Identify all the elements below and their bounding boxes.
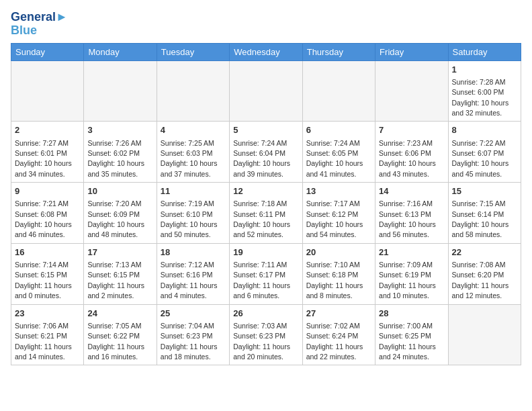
col-header-monday: Monday <box>84 43 157 60</box>
day-number: 9 <box>15 185 80 197</box>
calendar-cell: 8 Sunrise: 7:22 AMSunset: 6:07 PMDayligh… <box>448 122 521 183</box>
col-header-friday: Friday <box>375 43 448 60</box>
calendar-cell: 7 Sunrise: 7:23 AMSunset: 6:06 PMDayligh… <box>375 122 448 183</box>
day-info: Sunrise: 7:11 AMSunset: 6:17 PMDaylight:… <box>233 261 290 300</box>
day-info: Sunrise: 7:20 AMSunset: 6:09 PMDaylight:… <box>87 199 144 238</box>
day-number: 26 <box>233 308 298 320</box>
day-number: 25 <box>161 308 226 320</box>
calendar-cell: 25 Sunrise: 7:04 AMSunset: 6:23 PMDaylig… <box>157 304 229 365</box>
day-info: Sunrise: 7:25 AMSunset: 6:03 PMDaylight:… <box>161 139 218 178</box>
day-number: 8 <box>452 124 517 136</box>
day-info: Sunrise: 7:28 AMSunset: 6:00 PMDaylight:… <box>452 78 509 117</box>
day-info: Sunrise: 7:27 AMSunset: 6:01 PMDaylight:… <box>15 139 72 178</box>
calendar-cell: 13 Sunrise: 7:17 AMSunset: 6:12 PMDaylig… <box>302 183 375 244</box>
day-info: Sunrise: 7:17 AMSunset: 6:12 PMDaylight:… <box>306 199 363 238</box>
calendar-week-row: 16 Sunrise: 7:14 AMSunset: 6:15 PMDaylig… <box>11 243 521 304</box>
calendar-cell <box>11 60 84 122</box>
day-info: Sunrise: 7:24 AMSunset: 6:05 PMDaylight:… <box>306 139 363 178</box>
calendar-cell: 5 Sunrise: 7:24 AMSunset: 6:04 PMDayligh… <box>230 122 302 183</box>
calendar-cell: 19 Sunrise: 7:11 AMSunset: 6:17 PMDaylig… <box>230 243 302 304</box>
calendar-cell <box>230 60 302 122</box>
day-number: 6 <box>306 124 371 136</box>
day-info: Sunrise: 7:03 AMSunset: 6:23 PMDaylight:… <box>233 322 290 361</box>
day-number: 12 <box>233 185 298 197</box>
day-number: 14 <box>379 185 444 197</box>
day-info: Sunrise: 7:00 AMSunset: 6:25 PMDaylight:… <box>379 322 436 361</box>
day-info: Sunrise: 7:06 AMSunset: 6:21 PMDaylight:… <box>15 322 72 361</box>
day-number: 27 <box>306 308 371 320</box>
day-info: Sunrise: 7:08 AMSunset: 6:20 PMDaylight:… <box>452 261 509 300</box>
day-info: Sunrise: 7:21 AMSunset: 6:08 PMDaylight:… <box>15 199 72 238</box>
day-number: 15 <box>452 185 517 197</box>
calendar-cell: 16 Sunrise: 7:14 AMSunset: 6:15 PMDaylig… <box>11 243 84 304</box>
day-number: 13 <box>306 185 371 197</box>
day-number: 17 <box>87 246 152 259</box>
day-info: Sunrise: 7:14 AMSunset: 6:15 PMDaylight:… <box>15 261 72 300</box>
day-info: Sunrise: 7:18 AMSunset: 6:11 PMDaylight:… <box>233 199 290 238</box>
calendar-cell: 26 Sunrise: 7:03 AMSunset: 6:23 PMDaylig… <box>230 304 302 365</box>
day-number: 23 <box>15 308 80 320</box>
calendar-cell: 4 Sunrise: 7:25 AMSunset: 6:03 PMDayligh… <box>157 122 229 183</box>
day-number: 2 <box>15 124 80 136</box>
day-number: 24 <box>87 308 152 320</box>
calendar-cell: 11 Sunrise: 7:19 AMSunset: 6:10 PMDaylig… <box>157 183 229 244</box>
calendar-cell: 24 Sunrise: 7:05 AMSunset: 6:22 PMDaylig… <box>84 304 157 365</box>
col-header-wednesday: Wednesday <box>230 43 302 60</box>
calendar-cell: 3 Sunrise: 7:26 AMSunset: 6:02 PMDayligh… <box>84 122 157 183</box>
calendar-week-row: 2 Sunrise: 7:27 AMSunset: 6:01 PMDayligh… <box>11 122 521 183</box>
day-number: 18 <box>161 246 226 259</box>
day-info: Sunrise: 7:26 AMSunset: 6:02 PMDaylight:… <box>87 139 144 178</box>
calendar-cell: 22 Sunrise: 7:08 AMSunset: 6:20 PMDaylig… <box>448 243 521 304</box>
calendar-cell <box>375 60 448 122</box>
calendar-week-row: 23 Sunrise: 7:06 AMSunset: 6:21 PMDaylig… <box>11 304 521 365</box>
calendar-cell: 14 Sunrise: 7:16 AMSunset: 6:13 PMDaylig… <box>375 183 448 244</box>
day-info: Sunrise: 7:04 AMSunset: 6:23 PMDaylight:… <box>161 322 218 361</box>
calendar-cell: 9 Sunrise: 7:21 AMSunset: 6:08 PMDayligh… <box>11 183 84 244</box>
calendar-cell <box>448 304 521 365</box>
day-info: Sunrise: 7:02 AMSunset: 6:24 PMDaylight:… <box>306 322 363 361</box>
day-info: Sunrise: 7:09 AMSunset: 6:19 PMDaylight:… <box>379 261 436 300</box>
day-number: 22 <box>452 246 517 259</box>
calendar-cell: 28 Sunrise: 7:00 AMSunset: 6:25 PMDaylig… <box>375 304 448 365</box>
day-number: 20 <box>306 246 371 259</box>
col-header-saturday: Saturday <box>448 43 521 60</box>
calendar-header-row: SundayMondayTuesdayWednesdayThursdayFrid… <box>11 43 521 60</box>
calendar-cell: 27 Sunrise: 7:02 AMSunset: 6:24 PMDaylig… <box>302 304 375 365</box>
calendar-cell: 10 Sunrise: 7:20 AMSunset: 6:09 PMDaylig… <box>84 183 157 244</box>
day-number: 5 <box>233 124 298 136</box>
day-number: 3 <box>87 124 152 136</box>
day-info: Sunrise: 7:13 AMSunset: 6:15 PMDaylight:… <box>87 261 144 300</box>
day-info: Sunrise: 7:16 AMSunset: 6:13 PMDaylight:… <box>379 199 436 238</box>
calendar-cell: 15 Sunrise: 7:15 AMSunset: 6:14 PMDaylig… <box>448 183 521 244</box>
calendar-table: SundayMondayTuesdayWednesdayThursdayFrid… <box>11 43 521 366</box>
day-number: 10 <box>87 185 152 197</box>
calendar-cell: 12 Sunrise: 7:18 AMSunset: 6:11 PMDaylig… <box>230 183 302 244</box>
calendar-cell: 2 Sunrise: 7:27 AMSunset: 6:01 PMDayligh… <box>11 122 84 183</box>
calendar-cell: 21 Sunrise: 7:09 AMSunset: 6:19 PMDaylig… <box>375 243 448 304</box>
calendar-cell: 23 Sunrise: 7:06 AMSunset: 6:21 PMDaylig… <box>11 304 84 365</box>
day-info: Sunrise: 7:19 AMSunset: 6:10 PMDaylight:… <box>161 199 218 238</box>
day-number: 19 <box>233 246 298 259</box>
day-number: 11 <box>161 185 226 197</box>
day-info: Sunrise: 7:22 AMSunset: 6:07 PMDaylight:… <box>452 139 509 178</box>
day-info: Sunrise: 7:15 AMSunset: 6:14 PMDaylight:… <box>452 199 509 238</box>
logo: General► Blue <box>11 11 68 38</box>
calendar-cell: 6 Sunrise: 7:24 AMSunset: 6:05 PMDayligh… <box>302 122 375 183</box>
day-number: 16 <box>15 246 80 259</box>
logo-text: General► Blue <box>11 11 68 38</box>
calendar-cell: 17 Sunrise: 7:13 AMSunset: 6:15 PMDaylig… <box>84 243 157 304</box>
day-info: Sunrise: 7:23 AMSunset: 6:06 PMDaylight:… <box>379 139 436 178</box>
calendar-week-row: 9 Sunrise: 7:21 AMSunset: 6:08 PMDayligh… <box>11 183 521 244</box>
calendar-week-row: 1 Sunrise: 7:28 AMSunset: 6:00 PMDayligh… <box>11 60 521 122</box>
day-info: Sunrise: 7:24 AMSunset: 6:04 PMDaylight:… <box>233 139 290 178</box>
day-number: 28 <box>379 308 444 320</box>
page-header: General► Blue <box>11 11 521 38</box>
day-number: 4 <box>161 124 226 136</box>
day-info: Sunrise: 7:10 AMSunset: 6:18 PMDaylight:… <box>306 261 363 300</box>
calendar-cell: 18 Sunrise: 7:12 AMSunset: 6:16 PMDaylig… <box>157 243 229 304</box>
col-header-tuesday: Tuesday <box>157 43 229 60</box>
day-number: 21 <box>379 246 444 259</box>
day-number: 1 <box>452 64 517 76</box>
day-number: 7 <box>379 124 444 136</box>
col-header-thursday: Thursday <box>302 43 375 60</box>
